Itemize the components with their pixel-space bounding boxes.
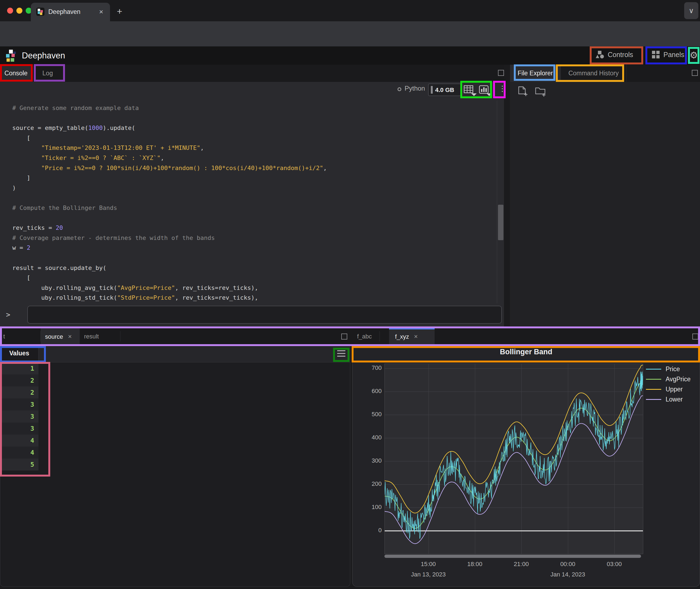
chart-pane-maximize-icon[interactable]: [692, 334, 698, 340]
code-line: ]: [12, 173, 496, 183]
controls-shapes-icon: [595, 50, 604, 59]
table-row[interactable]: 3: [0, 398, 38, 410]
session-status-icon: [397, 87, 401, 91]
close-window-button[interactable]: [7, 8, 13, 14]
open-chart-dropdown-icon[interactable]: [479, 85, 493, 97]
legend-item-upper[interactable]: Upper: [646, 384, 691, 394]
console-panel: Python 4.0 GB ⋮ # Generate some random e…: [0, 82, 504, 328]
tab-t[interactable]: t: [0, 328, 40, 345]
y-tick-label: 200: [364, 480, 382, 487]
browser-toolbar: ← → ↻ ⓘ localhost:10000/ide/ ☆ E Relaunc…: [0, 21, 700, 46]
x-tick-label: 15:00: [421, 561, 436, 568]
tab-f-xyz-close-icon[interactable]: ×: [414, 333, 418, 340]
tab-console[interactable]: Console: [0, 65, 32, 82]
code-line: ): [12, 183, 496, 193]
editor-scrollbar-track[interactable]: [497, 101, 504, 304]
table-row[interactable]: 3: [0, 410, 38, 422]
table-row[interactable]: 2: [0, 386, 38, 398]
memory-usage-widget: 4.0 GB: [428, 83, 461, 96]
explorer-tabbar: File Explorer Command History: [510, 65, 700, 82]
panels-button[interactable]: Panels: [651, 50, 684, 62]
chart-svg: [385, 364, 643, 554]
new-tab-icon[interactable]: +: [117, 6, 122, 17]
table-row[interactable]: 5: [0, 458, 38, 470]
open-table-dropdown-icon[interactable]: [464, 85, 478, 97]
table-row[interactable]: 4: [0, 434, 38, 446]
new-folder-icon[interactable]: [535, 86, 547, 99]
chart-horizontal-scrollbar[interactable]: [384, 555, 641, 558]
tab-command-history[interactable]: Command History: [561, 65, 627, 82]
legend-label: Price: [666, 366, 680, 373]
minimize-window-button[interactable]: [16, 8, 22, 14]
legend-item-avgprice[interactable]: AvgPrice: [646, 374, 691, 384]
chart-plot-area[interactable]: [384, 364, 643, 554]
memory-usage-value: 4.0 GB: [435, 86, 454, 93]
chart-legend[interactable]: PriceAvgPriceUpperLower: [646, 364, 691, 404]
controls-button[interactable]: Controls: [595, 50, 633, 62]
code-line: rev_ticks = 20: [12, 223, 496, 233]
legend-swatch: [646, 389, 661, 390]
y-tick-label: 400: [364, 434, 382, 441]
legend-item-lower[interactable]: Lower: [646, 394, 691, 404]
tab-close-icon[interactable]: ×: [99, 8, 103, 16]
tab-source-close-icon[interactable]: ×: [68, 333, 72, 340]
code-line: result = source.update_by(: [12, 263, 496, 273]
console-input[interactable]: [27, 306, 502, 324]
console-maximize-icon[interactable]: [498, 70, 504, 76]
code-line: "Price = i%2==0 ? 100*sin(i/40)+100*rand…: [12, 163, 496, 173]
y-tick-label: 600: [364, 388, 382, 395]
console-prompt: >: [6, 311, 10, 319]
tab-log[interactable]: Log: [32, 65, 63, 82]
memory-usage-bar: [431, 86, 433, 93]
legend-swatch: [646, 379, 661, 380]
file-explorer-panel: [510, 82, 700, 328]
code-line: source = empty_table(1000).update(: [12, 123, 496, 133]
table-menu-hamburger-icon[interactable]: [337, 350, 346, 358]
explorer-maximize-icon[interactable]: [692, 70, 698, 76]
browser-tab-strip: Deephaven × + ∨: [0, 0, 700, 21]
table-row[interactable]: 3: [0, 422, 38, 434]
tab-source[interactable]: source×: [41, 328, 80, 345]
editor-scrollbar-thumb[interactable]: [498, 205, 503, 240]
x-tick-label: 21:00: [514, 561, 529, 568]
tab-file-explorer[interactable]: File Explorer: [510, 65, 561, 82]
table-row[interactable]: 4: [0, 446, 38, 458]
code-line: # Coverage parameter - determines the wi…: [12, 233, 496, 243]
table-row[interactable]: 1: [0, 363, 38, 375]
console-kebab-icon[interactable]: ⋮: [499, 84, 506, 93]
settings-gear-icon[interactable]: ⚙: [690, 50, 698, 60]
table-row[interactable]: 2: [0, 375, 38, 386]
legend-item-price[interactable]: Price: [646, 364, 691, 374]
tab-result[interactable]: result: [80, 328, 120, 345]
x-tick-label: 03:00: [606, 561, 622, 568]
tab-search-chevron-icon[interactable]: ∨: [684, 2, 698, 19]
x-tick-label: 00:00: [560, 561, 575, 568]
tab-f-abc[interactable]: f_abc: [353, 328, 379, 345]
chart-title: Bollinger Band: [352, 348, 700, 356]
app-title: Deephaven: [22, 51, 65, 60]
tab-f-xyz[interactable]: f_xyz×: [389, 328, 434, 345]
deephaven-favicon: [36, 8, 44, 16]
y-tick-label: 500: [364, 411, 382, 418]
code-line: [12, 193, 496, 203]
panels-grid-icon: [651, 50, 660, 59]
deephaven-logo: [6, 50, 18, 62]
code-line: [12, 213, 496, 223]
column-header-values[interactable]: Values: [0, 345, 38, 362]
y-tick-label: 100: [364, 504, 382, 511]
table-pane-maximize-icon[interactable]: [341, 334, 347, 340]
legend-label: Upper: [666, 386, 683, 393]
series-lower-line: [385, 395, 643, 544]
legend-label: Lower: [666, 396, 683, 403]
new-file-icon[interactable]: [517, 86, 528, 99]
browser-tab[interactable]: Deephaven ×: [31, 3, 110, 21]
console-toolbar: Python 4.0 GB ⋮: [0, 82, 504, 100]
y-tick-label: 300: [364, 457, 382, 464]
code-line: uby.rolling_avg_tick("AvgPrice=Price", r…: [12, 283, 496, 293]
code-line: [12, 253, 496, 263]
browser-tab-title: Deephaven: [48, 8, 80, 16]
x-date-label: Jan 13, 2023: [411, 571, 446, 578]
code-editor[interactable]: # Generate some random example data sour…: [0, 101, 496, 304]
code-line: "Timestamp='2023-01-13T12:00 ET' + i*MIN…: [12, 143, 496, 153]
x-date-label: Jan 14, 2023: [550, 571, 585, 578]
